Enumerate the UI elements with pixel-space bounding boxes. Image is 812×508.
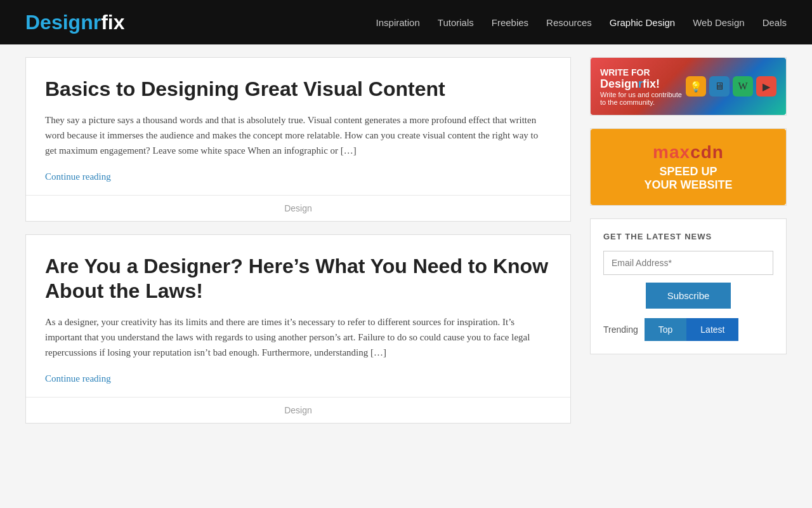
maxcdn-cdn: cdn: [690, 142, 724, 162]
logo[interactable]: Designrfix: [25, 11, 124, 34]
article-excerpt: They say a picture says a thousand words…: [45, 112, 551, 158]
write-banner[interactable]: WRITE FOR Designrfix! Write for us and c…: [591, 58, 786, 115]
newsletter-title: GET THE LATEST NEWS: [603, 232, 773, 241]
article-category: Design: [284, 203, 312, 213]
write-for-label: WRITE FOR: [600, 67, 686, 77]
article-footer-2: Design: [26, 397, 570, 423]
youtube-icon: ▶: [756, 76, 776, 97]
main-nav: Inspiration Tutorials Freebies Resources…: [376, 17, 787, 28]
sidebar: WRITE FOR Designrfix! Write for us and c…: [590, 57, 787, 436]
brand-fix: fix!: [643, 77, 660, 90]
maxcdn-logo: maxcdn: [653, 142, 724, 163]
maxcdn-banner: maxcdn SPEED UP YOUR WEBSITE: [591, 129, 786, 205]
logo-fix: fix: [101, 11, 124, 34]
article-footer: Design: [26, 195, 570, 221]
nav-web-design[interactable]: Web Design: [693, 17, 744, 28]
trending-tabs: Trending Top Latest: [603, 318, 773, 341]
nav-inspiration[interactable]: Inspiration: [376, 17, 420, 28]
brand-design: Design: [600, 77, 638, 90]
maxcdn-speed-up: SPEED UP: [659, 165, 717, 178]
logo-design: Design: [25, 11, 93, 34]
monitor-icon: 🖥: [709, 76, 730, 97]
write-brand: Designrfix!: [600, 77, 686, 91]
article-excerpt: As a designer, your creativity has its l…: [45, 314, 551, 360]
article-card: Basics to Designing Great Visual Content…: [25, 57, 571, 222]
bulb-icon: 💡: [686, 76, 706, 97]
nav-deals[interactable]: Deals: [763, 17, 787, 28]
nav-graphic-design[interactable]: Graphic Design: [610, 17, 675, 28]
tab-top[interactable]: Top: [645, 318, 687, 341]
article-title: Are You a Designer? Here’s What You Need…: [45, 254, 551, 303]
write-subtitle: Write for us and contribute to the commu…: [600, 91, 686, 106]
newsletter-widget: GET THE LATEST NEWS Subscribe Trending T…: [590, 218, 787, 354]
maxcdn-name: max: [653, 142, 690, 162]
continue-reading-link[interactable]: Continue reading: [45, 171, 111, 182]
wordpress-icon: W: [733, 76, 753, 97]
article-card: Are You a Designer? Here’s What You Need…: [25, 234, 571, 424]
logo-r: r: [93, 11, 101, 34]
article-title: Basics to Designing Great Visual Content: [45, 77, 551, 101]
maxcdn-widget[interactable]: maxcdn SPEED UP YOUR WEBSITE: [590, 128, 787, 206]
write-for-us-widget: WRITE FOR Designrfix! Write for us and c…: [590, 57, 787, 116]
maxcdn-your-website: YOUR WEBSITE: [644, 178, 732, 192]
email-input[interactable]: [603, 251, 773, 275]
trending-label: Trending: [603, 324, 638, 335]
write-banner-icons: 💡 🖥 W ▶: [686, 76, 776, 97]
write-banner-text: WRITE FOR Designrfix! Write for us and c…: [600, 67, 686, 106]
tab-latest[interactable]: Latest: [686, 318, 738, 341]
article-category-2: Design: [284, 405, 312, 415]
continue-reading-link-2[interactable]: Continue reading: [45, 373, 111, 384]
subscribe-button[interactable]: Subscribe: [646, 283, 731, 309]
nav-tutorials[interactable]: Tutorials: [438, 17, 474, 28]
main-content: Basics to Designing Great Visual Content…: [25, 57, 571, 436]
nav-freebies[interactable]: Freebies: [492, 17, 528, 28]
page-wrap: Basics to Designing Great Visual Content…: [0, 44, 812, 449]
nav-resources[interactable]: Resources: [546, 17, 592, 28]
header: Designrfix Inspiration Tutorials Freebie…: [0, 0, 812, 44]
brand-r: r: [638, 77, 643, 90]
